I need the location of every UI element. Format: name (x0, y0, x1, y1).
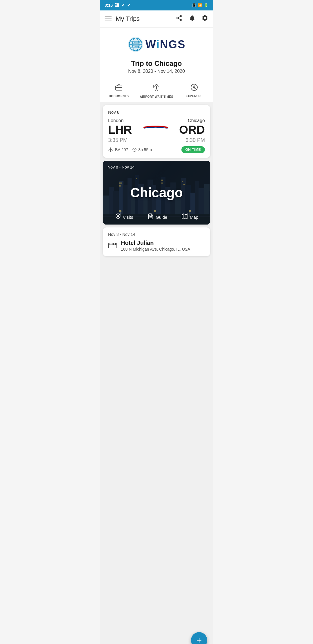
hotel-bed-icon (108, 240, 117, 250)
dest-time: 6:30 PM (185, 137, 205, 143)
dollar-circle-icon (190, 84, 198, 93)
add-button[interactable]: + (191, 632, 207, 644)
flight-number: BA 297 (108, 147, 128, 152)
tab-documents-label: DOCUMENTS (109, 95, 129, 98)
hamburger-line-3 (105, 21, 112, 21)
top-nav: My Trips (100, 10, 213, 28)
hotel-date: Nov 8 - Nov 14 (108, 232, 205, 237)
dest-code: ORD (179, 123, 205, 136)
city-card: Nov 8 - Nov 14 Chicago Visits (103, 161, 210, 225)
svg-line-17 (155, 89, 156, 91)
visits-icon (115, 213, 121, 221)
hotel-card: Nov 8 - Nov 14 Hotel Julian 168 N Michig… (103, 227, 210, 256)
status-check2-icon: ✔ (127, 3, 131, 8)
city-card-date: Nov 8 - Nov 14 (108, 165, 134, 169)
city-action-visits[interactable]: Visits (115, 213, 133, 221)
logo-text: WiNGS (145, 38, 185, 51)
flight-duration-text: 8h 55m (138, 147, 152, 152)
logo-container: WiNGS (128, 36, 185, 53)
top-nav-icons (176, 15, 208, 23)
flight-dest: Chicago ORD 6:30 PM (179, 118, 205, 143)
airline-logo-area (132, 124, 179, 131)
status-vibrate-icon: 📳 (192, 3, 196, 7)
hotel-info: Hotel Julian 168 N Michigan Ave, Chicago… (108, 240, 205, 252)
flight-route-row: London LHR 3:35 PM Chicago ORD 6:30 PM (108, 118, 205, 143)
top-nav-left: My Trips (105, 15, 140, 23)
content-wrapper: WiNGS Trip to Chicago Nov 8, 2020 - Nov … (100, 28, 213, 644)
flight-card: Nov 8 London LHR 3:35 PM Chicago ORD (103, 105, 210, 158)
origin-city: London (108, 118, 132, 123)
flight-origin: London LHR 3:35 PM (108, 118, 132, 143)
trip-dates: Nov 8, 2020 - Nov 14, 2020 (105, 69, 208, 74)
airline-logo-icon (143, 124, 169, 131)
visits-label: Visits (123, 215, 133, 220)
status-image-icon: 🖼 (115, 3, 119, 8)
svg-marker-68 (182, 214, 188, 219)
hotel-name: Hotel Julian (121, 240, 190, 246)
gear-icon[interactable] (201, 15, 208, 23)
tab-expenses[interactable]: EXPENSES (175, 80, 213, 102)
hamburger-line-2 (105, 19, 112, 19)
flight-number-text: BA 297 (115, 147, 128, 152)
flight-duration: 8h 55m (132, 147, 152, 152)
status-time: 3:16 (105, 3, 113, 8)
flight-status-badge: ON TIME (181, 146, 205, 153)
status-battery-icon: 🔋 (204, 3, 208, 7)
svg-line-16 (156, 87, 159, 87)
flight-info-row: BA 297 8h 55m ON TIME (108, 146, 205, 153)
guide-icon (148, 213, 154, 221)
map-label: Map (190, 215, 198, 220)
logo-area: WiNGS (100, 28, 213, 59)
page-title: My Trips (116, 15, 140, 23)
menu-button[interactable] (105, 17, 112, 21)
clock-icon (132, 147, 137, 152)
tab-documents[interactable]: DOCUMENTS (100, 80, 138, 102)
city-card-name: Chicago (130, 185, 183, 200)
hamburger-line-1 (105, 17, 112, 17)
status-check1-icon: ✔ (121, 3, 125, 8)
svg-line-4 (179, 17, 181, 18)
origin-code: LHR (108, 123, 132, 136)
flight-meta: BA 297 8h 55m (108, 147, 152, 152)
svg-line-3 (179, 19, 181, 20)
svg-line-15 (154, 87, 156, 87)
svg-rect-71 (110, 243, 112, 245)
dest-city: Chicago (188, 118, 205, 123)
plane-icon (108, 147, 113, 152)
svg-rect-72 (113, 243, 116, 245)
hotel-details: Hotel Julian 168 N Michigan Ave, Chicago… (121, 240, 190, 252)
status-wifi-icon: 📶 (198, 3, 202, 7)
add-icon: + (196, 635, 202, 644)
svg-line-18 (156, 89, 158, 91)
status-bar-right: 📳 📶 🔋 (192, 3, 208, 7)
city-card-actions: Visits Guide (103, 210, 210, 225)
tab-airport-wait-times[interactable]: AIRPORT WAIT TIMES (138, 80, 175, 102)
hotel-address: 168 N Michigan Ave, Chicago, IL, USA (121, 247, 190, 252)
status-bar-left: 3:16 🖼 ✔ ✔ (105, 3, 131, 8)
city-action-map[interactable]: Map (182, 213, 198, 221)
logo-globe-icon (128, 36, 144, 53)
svg-rect-11 (116, 86, 122, 90)
bell-icon[interactable] (189, 15, 196, 23)
tab-expenses-label: EXPENSES (186, 95, 203, 98)
trip-title: Trip to Chicago (105, 59, 208, 68)
flight-date: Nov 8 (108, 110, 205, 115)
map-icon (182, 213, 188, 221)
svg-point-65 (117, 215, 119, 217)
share-icon[interactable] (176, 15, 183, 23)
tab-bar: DOCUMENTS AIRPORT WA (100, 80, 213, 102)
tab-airport-wait-times-label: AIRPORT WAIT TIMES (140, 95, 173, 98)
guide-label: Guide (156, 215, 167, 220)
trip-title-area: Trip to Chicago Nov 8, 2020 - Nov 14, 20… (100, 59, 213, 80)
airport-wait-icon (152, 84, 161, 93)
briefcase-icon (115, 84, 123, 93)
city-action-guide[interactable]: Guide (148, 213, 167, 221)
status-bar: 3:16 🖼 ✔ ✔ 📳 📶 🔋 (100, 0, 213, 10)
origin-time: 3:35 PM (108, 137, 132, 143)
